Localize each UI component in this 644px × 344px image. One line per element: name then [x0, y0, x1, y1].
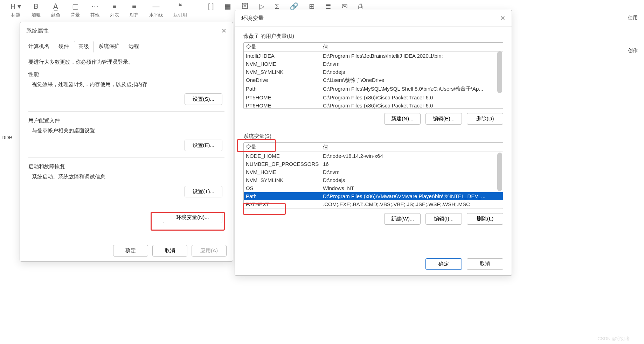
tool-icon: ❝ [178, 2, 182, 10]
tool-icon: ▢ [72, 2, 79, 10]
var-row[interactable]: NODE_HOMED:\node-v18.14.2-win-x64 [244, 152, 503, 160]
settings-button[interactable]: 设置(E)... [185, 140, 223, 151]
tool-icon: 🔗 [290, 2, 298, 10]
close-icon[interactable]: ✕ [221, 27, 227, 35]
tab-硬件[interactable]: 硬件 [54, 41, 73, 52]
var-value: D:\nodejs [321, 68, 503, 76]
tool-3[interactable]: ▢背景 [71, 2, 80, 18]
tool-icon: A̲ [53, 2, 58, 10]
var-name: NUMBER_OF_PROCESSORS [244, 160, 321, 168]
system-properties-dialog: 系统属性 ✕ 计算机名硬件高级系统保护远程 要进行大多数更改，你必须作为管理员登… [20, 22, 233, 262]
tool-label: 背景 [71, 12, 80, 18]
cancel-button[interactable]: 取消 [152, 245, 187, 257]
env-ok-button[interactable]: 确定 [425, 258, 462, 270]
tool-icon: ≣ [325, 2, 331, 10]
var-row[interactable]: OSWindows_NT [244, 184, 503, 192]
tab-远程[interactable]: 远程 [124, 41, 143, 52]
var-name: NVM_SYMLINK [244, 68, 321, 76]
var-row[interactable]: NVM_HOMED:\nvm [244, 60, 503, 68]
env-vars-dialog: 环境变量 ✕ 薇薇子 的用户变量(U) 变量 值 IntelliJ IDEAD:… [235, 10, 512, 276]
env-cancel-button[interactable]: 取消 [467, 258, 503, 270]
var-name: PT5HOME [244, 93, 321, 101]
var-row[interactable]: OneDriveC:\Users\薇薇子\OneDrive [244, 76, 503, 85]
var-row[interactable]: PT5HOMEC:\Program Files (x86)\Cisco Pack… [244, 93, 503, 101]
var-value: Windows_NT [321, 184, 503, 192]
tool-10[interactable]: [ ] [208, 2, 214, 12]
sysprops-tabs: 计算机名硬件高级系统保护远程 [20, 41, 233, 52]
var-row[interactable]: PATHEXT.COM;.EXE;.BAT;.CMD;.VBS;.VBE;.JS… [244, 200, 503, 208]
tool-0[interactable]: H ▾标题 [11, 2, 21, 18]
settings-button[interactable]: 设置(S)... [185, 93, 223, 105]
sys-delete-button[interactable]: 删除(L) [467, 213, 503, 225]
var-value: C:\Users\薇薇子\OneDrive [321, 76, 503, 85]
tool-7[interactable]: —水平线 [149, 2, 163, 18]
var-value: D:\Program Files (x86)\VMware\VMware Pla… [321, 192, 503, 200]
var-row[interactable]: NVM_SYMLINKD:\nodejs [244, 68, 503, 76]
apply-button[interactable]: 应用(A) [192, 245, 227, 257]
tool-icon: ⊞ [309, 2, 315, 10]
tool-11[interactable]: ▦ [224, 2, 231, 12]
var-name: PT6HOME [244, 101, 321, 109]
var-name: NVM_SYMLINK [244, 176, 321, 184]
ok-button[interactable]: 确定 [113, 245, 148, 257]
sys-new-button[interactable]: 新建(W)... [384, 213, 421, 225]
tool-2[interactable]: A̲颜色 [51, 2, 60, 18]
var-value: .COM;.EXE;.BAT;.CMD;.VBS;.VBE;.JS;.JSE;.… [321, 200, 503, 208]
group-title: 性能 [28, 71, 224, 78]
var-name: OneDrive [244, 76, 321, 85]
user-delete-button[interactable]: 删除(D) [467, 113, 503, 125]
var-row[interactable]: PathC:\Program Files\MySQL\MySQL Shell 8… [244, 85, 503, 93]
group-title: 启动和故障恢复 [28, 163, 224, 170]
tool-icon: B [34, 2, 38, 10]
var-name: Path [244, 85, 321, 93]
var-row[interactable]: NVM_SYMLINKD:\nodejs [244, 176, 503, 184]
env-title: 环境变量 [241, 15, 264, 22]
sys-edit-button[interactable]: 编辑(I)... [425, 213, 462, 225]
close-icon[interactable]: ✕ [500, 14, 505, 22]
tool-icon: ▦ [224, 2, 231, 10]
tool-label: 块引用 [173, 12, 187, 18]
var-row[interactable]: NVM_HOMED:\nvm [244, 168, 503, 176]
var-value: AMD64 [321, 208, 503, 209]
var-value: D:\node-v18.14.2-win-x64 [321, 152, 503, 160]
tool-label: 标题 [11, 12, 20, 18]
var-row[interactable]: IntelliJ IDEAD:\Program Files\JetBrains\… [244, 52, 503, 60]
var-name: Path [244, 192, 321, 200]
tool-icon: ⋯ [91, 2, 98, 10]
tool-icon: ≡ [112, 2, 117, 10]
tool-6[interactable]: ≡对齐 [130, 2, 139, 18]
var-row[interactable]: PROCESSOR_ARCHITECTUREAMD64 [244, 208, 503, 209]
user-edit-button[interactable]: 编辑(E)... [425, 113, 462, 125]
tool-4[interactable]: ⋯其他 [90, 2, 99, 18]
var-name: NODE_HOME [244, 152, 321, 160]
var-value: C:\Program Files (x86)\Cisco Packet Trac… [321, 101, 503, 109]
right-panel-partial: 使用 创作 [626, 13, 644, 56]
var-row[interactable]: PathD:\Program Files (x86)\VMware\VMware… [244, 192, 503, 200]
scrollbar[interactable] [497, 51, 502, 93]
tool-icon: ⎙ [358, 2, 362, 10]
tool-icon: ✉ [342, 2, 348, 10]
var-name: PROCESSOR_ARCHITECTURE [244, 208, 321, 209]
tab-系统保护[interactable]: 系统保护 [94, 41, 124, 52]
tab-高级[interactable]: 高级 [74, 41, 94, 52]
var-name: OS [244, 184, 321, 192]
var-row[interactable]: NUMBER_OF_PROCESSORS16 [244, 160, 503, 168]
col-header-val[interactable]: 值 [321, 143, 503, 152]
var-row[interactable]: PT6HOMEC:\Program Files (x86)\Cisco Pack… [244, 101, 503, 109]
scrollbar[interactable] [497, 153, 502, 191]
user-vars-label: 薇薇子 的用户变量(U) [243, 33, 294, 40]
tool-8[interactable]: ❝块引用 [173, 2, 187, 18]
tool-1[interactable]: B加粗 [32, 2, 41, 18]
tool-5[interactable]: ≡列表 [110, 2, 119, 18]
col-header-val[interactable]: 值 [321, 43, 503, 51]
tool-icon: Σ [275, 2, 279, 10]
col-header-var[interactable]: 变量 [244, 143, 321, 152]
user-new-button[interactable]: 新建(N)... [384, 113, 421, 125]
env-vars-button[interactable]: 环境变量(N)... [163, 212, 222, 223]
tab-计算机名[interactable]: 计算机名 [24, 41, 54, 52]
user-vars-list[interactable]: 变量 值 IntelliJ IDEAD:\Program Files\JetBr… [243, 42, 503, 109]
right-use: 使用 [626, 13, 644, 23]
sys-vars-list[interactable]: 变量 值 NODE_HOMED:\node-v18.14.2-win-x64NU… [243, 142, 503, 209]
settings-button[interactable]: 设置(T)... [185, 186, 222, 197]
col-header-var[interactable]: 变量 [244, 43, 321, 51]
